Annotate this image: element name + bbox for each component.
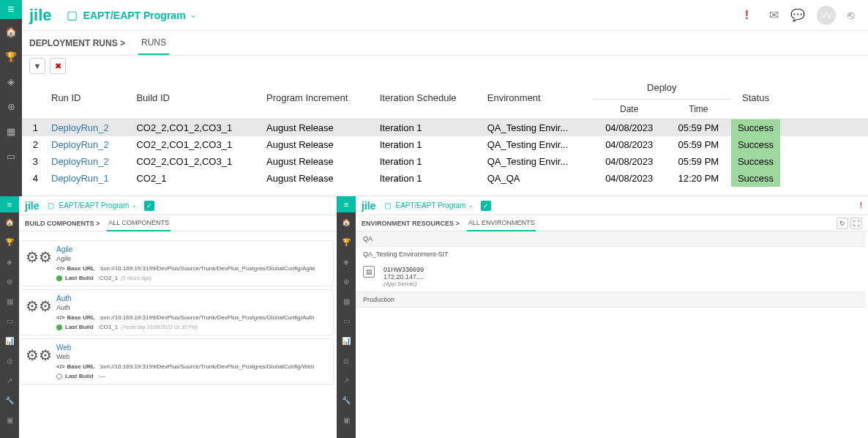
chart-icon[interactable]: 📊 xyxy=(0,331,19,351)
chart-icon[interactable]: 📊 xyxy=(337,331,356,351)
device-icon[interactable]: ▭ xyxy=(0,144,22,168)
hamburger-icon[interactable]: ≡ xyxy=(337,196,356,212)
target-icon[interactable]: ◎ xyxy=(337,351,356,371)
env-section-qa[interactable]: QA QA_Testing Environment-SIT ▤ 01HW3366… xyxy=(356,231,865,292)
program-selector[interactable]: EAPT/EAPT Program xyxy=(83,10,186,21)
status-badge: Success xyxy=(731,136,780,153)
table-row[interactable]: 3 DeployRun_2 CO2_2,CO1_2,CO3_1 August R… xyxy=(22,153,868,170)
chevron-down-icon[interactable]: ⌄ xyxy=(190,11,196,19)
key-icon[interactable]: 🔧 xyxy=(0,390,19,410)
breadcrumb[interactable]: DEPLOYMENT RUNS > xyxy=(29,38,125,48)
program-selector[interactable]: EAPT/EAPT Program xyxy=(59,201,129,209)
device-icon[interactable]: ▭ xyxy=(0,311,19,331)
component-name[interactable]: Auth xyxy=(56,294,327,302)
env-section-production[interactable]: Production xyxy=(356,292,865,308)
status-badge: Success xyxy=(731,119,780,136)
server-icon: ▤ xyxy=(363,266,375,278)
gears-icon: ⚙⚙ xyxy=(26,297,52,315)
layers-icon[interactable]: ◈ xyxy=(337,252,356,272)
layers-icon[interactable]: ◈ xyxy=(0,69,22,94)
trophy-icon[interactable]: 🏆 xyxy=(0,44,22,69)
alert-icon[interactable]: ! xyxy=(745,9,749,22)
trophy-icon[interactable]: 🏆 xyxy=(337,232,356,252)
col-iteration[interactable]: Iteration Schedule xyxy=(373,76,480,119)
gears-icon: ⚙⚙ xyxy=(26,248,52,266)
env-group-header[interactable]: Production xyxy=(356,292,865,307)
run-link[interactable]: DeployRun_2 xyxy=(44,136,129,153)
trophy-icon[interactable]: 🏆 xyxy=(0,232,19,252)
device-icon[interactable]: ▭ xyxy=(337,311,356,331)
col-date[interactable]: Date xyxy=(593,100,666,119)
col-time[interactable]: Time xyxy=(666,100,731,119)
deployment-runs-grid: Run ID Build ID Program Increment Iterat… xyxy=(22,76,868,187)
calendar-icon[interactable]: ▦ xyxy=(337,292,356,311)
env-group-header[interactable]: QA xyxy=(356,231,865,246)
chat-icon[interactable]: 💬 xyxy=(790,8,805,22)
component-name[interactable]: Agile xyxy=(56,245,327,253)
folder-icon[interactable]: ▣ xyxy=(337,410,356,430)
check-icon[interactable]: ✓ xyxy=(481,201,491,211)
col-prog-inc[interactable]: Program Increment xyxy=(259,76,373,119)
col-run-id[interactable]: Run ID xyxy=(44,76,129,119)
tab-all-components[interactable]: ALL COMPONENTS xyxy=(107,215,171,231)
code-icon: </> xyxy=(56,363,65,370)
run-link[interactable]: DeployRun_2 xyxy=(44,153,129,170)
component-card[interactable]: ⚙⚙ Agile Agile </>Base URL : svn://10.16… xyxy=(19,240,334,286)
breadcrumb[interactable]: ENVIRONMENT RESOURCES > xyxy=(362,220,460,227)
component-sub: Web xyxy=(56,353,327,360)
refresh-icon[interactable]: ↻ xyxy=(837,218,848,229)
component-card[interactable]: ⚙⚙ Web Web </>Base URL : svn://10.169.19… xyxy=(19,338,334,385)
top-header: jile ▢ EAPT/EAPT Program ⌄ ! ✉ 💬 VV ⎋ xyxy=(22,0,868,31)
table-row[interactable]: 2 DeployRun_2 CO2_2,CO1_2,CO3_1 August R… xyxy=(22,136,868,153)
tab-runs[interactable]: RUNS xyxy=(138,31,169,55)
chevron-down-icon[interactable]: ⌄ xyxy=(468,202,474,209)
board-icon[interactable]: ▢ xyxy=(384,201,391,209)
col-build-id[interactable]: Build ID xyxy=(129,76,259,119)
hamburger-icon[interactable]: ≡ xyxy=(0,0,22,19)
resource-type: (App Server) xyxy=(384,281,858,287)
globe-icon[interactable]: ⊕ xyxy=(0,94,22,119)
table-row[interactable]: 4 DeployRun_1 CO2_1 August Release Itera… xyxy=(22,170,868,187)
folder-icon[interactable]: ▣ xyxy=(0,410,19,430)
calendar-icon[interactable]: ▦ xyxy=(0,292,19,311)
home-icon[interactable]: 🏠 xyxy=(0,212,19,232)
expand-icon[interactable]: ⛶ xyxy=(850,218,862,229)
key-icon[interactable]: 🔧 xyxy=(337,390,356,410)
board-icon[interactable]: ▢ xyxy=(67,8,78,22)
target-icon[interactable]: ◎ xyxy=(0,351,19,371)
home-icon[interactable]: 🏠 xyxy=(0,19,22,44)
alert-icon[interactable]: ! xyxy=(860,201,862,209)
env-name[interactable]: QA_Testing Environment-SIT xyxy=(356,246,865,261)
table-row[interactable]: 1 DeployRun_2 CO2_2,CO1_2,CO3_1 August R… xyxy=(22,119,868,137)
tab-all-environments[interactable]: ALL ENVIRONMENTS xyxy=(467,215,536,231)
board-icon[interactable]: ▢ xyxy=(48,201,54,209)
program-selector[interactable]: EAPT/EAPT Program xyxy=(395,201,465,209)
code-icon: </> xyxy=(56,314,65,321)
run-link[interactable]: DeployRun_2 xyxy=(44,119,129,137)
rocket-icon[interactable]: ↗ xyxy=(337,371,356,390)
logout-icon[interactable]: ⎋ xyxy=(848,9,855,22)
layers-icon[interactable]: ◈ xyxy=(0,252,19,272)
component-card[interactable]: ⚙⚙ Auth Auth </>Base URL : svn://10.169.… xyxy=(19,289,334,335)
globe-icon[interactable]: ⊕ xyxy=(337,272,356,292)
home-icon[interactable]: 🏠 xyxy=(337,212,356,232)
avatar[interactable]: VV xyxy=(817,6,836,25)
breadcrumb[interactable]: BUILD COMPONENTS > xyxy=(25,220,100,227)
env-resource[interactable]: ▤ 01HW336699 172.20.147.... (App Server) xyxy=(356,261,865,292)
filter-button[interactable]: ▼ xyxy=(29,58,45,74)
run-link[interactable]: DeployRun_1 xyxy=(44,170,129,187)
globe-icon[interactable]: ⊕ xyxy=(0,272,19,292)
status-badge: Success xyxy=(731,153,780,170)
clear-filter-button[interactable]: ✖ xyxy=(50,58,66,74)
inbox-icon[interactable]: ✉ xyxy=(769,8,779,22)
component-name[interactable]: Web xyxy=(56,344,327,352)
status-ok-icon xyxy=(56,324,62,330)
check-icon[interactable]: ✓ xyxy=(144,201,154,211)
col-status[interactable]: Status xyxy=(731,76,780,119)
chevron-down-icon[interactable]: ⌄ xyxy=(132,202,137,209)
hamburger-icon[interactable]: ≡ xyxy=(0,196,19,212)
col-environment[interactable]: Environment xyxy=(480,76,593,119)
jile-logo: jile xyxy=(25,200,39,212)
calendar-icon[interactable]: ▦ xyxy=(0,119,22,144)
rocket-icon[interactable]: ↗ xyxy=(0,371,19,390)
